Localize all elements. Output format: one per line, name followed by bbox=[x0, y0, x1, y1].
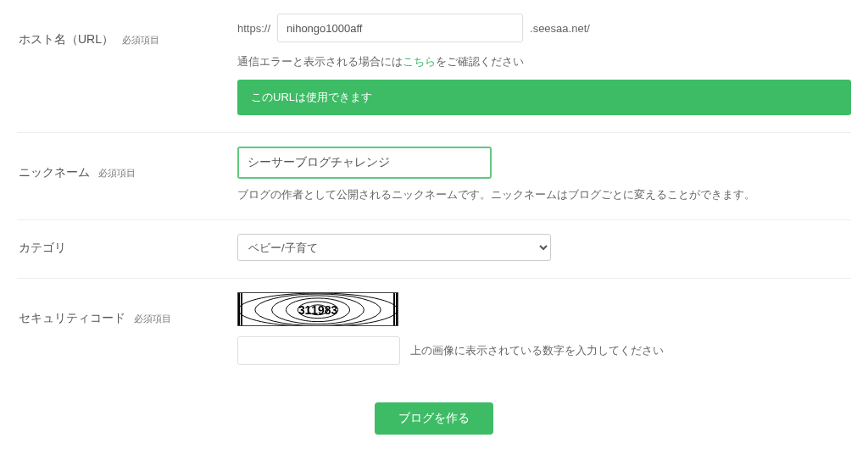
required-badge: 必須項目 bbox=[122, 35, 159, 45]
svg-rect-7 bbox=[241, 293, 242, 326]
category-label: カテゴリ bbox=[17, 234, 237, 256]
hostname-note: 通信エラーと表示される場合にはこちらをご確認ください bbox=[237, 54, 851, 69]
nickname-help: ブログの作者として公開されるニックネームです。ニックネームはブログごとに変えるこ… bbox=[237, 187, 851, 202]
url-available-banner: このURLは使用できます bbox=[237, 80, 851, 115]
svg-rect-8 bbox=[393, 293, 395, 326]
captcha-image: 311983 bbox=[237, 292, 398, 326]
svg-rect-9 bbox=[396, 293, 398, 326]
required-badge: 必須項目 bbox=[134, 313, 171, 324]
hostname-help-link[interactable]: こちら bbox=[403, 55, 436, 68]
security-help: 上の画像に表示されている数字を入力してください bbox=[410, 343, 664, 365]
category-select[interactable]: ベビー/子育て bbox=[237, 234, 551, 261]
url-suffix: .seesaa.net/ bbox=[530, 22, 590, 35]
svg-rect-6 bbox=[238, 293, 240, 326]
svg-text:311983: 311983 bbox=[298, 303, 337, 317]
required-badge: 必須項目 bbox=[98, 168, 136, 178]
security-code-input[interactable] bbox=[237, 336, 400, 365]
hostname-input[interactable] bbox=[277, 14, 523, 42]
hostname-label: ホスト名（URL） 必須項目 bbox=[17, 14, 237, 47]
nickname-label: ニックネーム 必須項目 bbox=[17, 147, 237, 180]
security-label: セキュリティコード 必須項目 bbox=[17, 292, 237, 326]
url-prefix: https:// bbox=[237, 22, 270, 35]
nickname-input[interactable] bbox=[237, 147, 492, 179]
create-blog-button[interactable]: ブログを作る bbox=[375, 402, 493, 435]
